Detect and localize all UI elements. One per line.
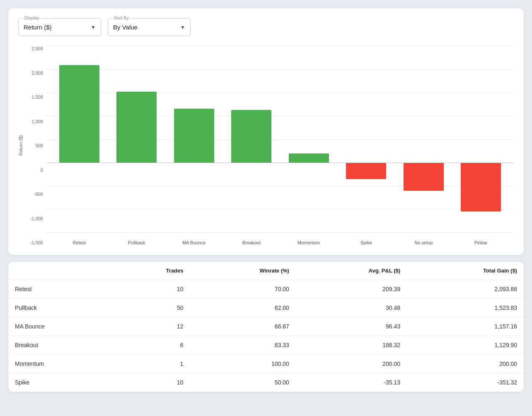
bar-no-setup xyxy=(404,163,444,191)
table-header-cell: Total Gain ($) xyxy=(407,262,524,280)
bar-group xyxy=(452,46,510,233)
x-label: Pinbar xyxy=(452,240,510,245)
bar-group xyxy=(395,46,452,233)
table-cell: 62.00 xyxy=(190,299,296,317)
table-row: Momentum1100.00200.00200.00 xyxy=(8,355,524,373)
table-row: Pullback5062.0030.481,523.83 xyxy=(8,299,524,317)
bar-retest xyxy=(59,65,99,163)
x-label: Spike xyxy=(338,240,395,245)
sort-select-row[interactable]: By Value ▼ xyxy=(113,21,185,33)
y-tick: 1,500 xyxy=(31,95,43,100)
table-wrapper: TradesWinrate (%)Avg. P&L ($)Total Gain … xyxy=(8,262,524,392)
sort-chevron-icon: ▼ xyxy=(180,24,185,30)
bar-pullback xyxy=(116,92,157,163)
chart-body: RetestPullbackMA BounceBreakoutMomentumS… xyxy=(46,46,514,245)
y-tick: 1,000 xyxy=(31,119,43,124)
table-cell: Retest xyxy=(8,280,114,299)
table-cell: 6 xyxy=(114,336,190,355)
y-tick: -500 xyxy=(34,192,43,197)
display-value: Return ($) xyxy=(24,24,52,31)
bar-group xyxy=(223,46,281,233)
table-body: Retest1070.00209.392,093.88Pullback5062.… xyxy=(8,280,524,392)
table-cell: 209.39 xyxy=(296,280,407,299)
y-tick: 2,000 xyxy=(31,71,43,75)
x-label: Retest xyxy=(51,240,108,245)
table-cell: Spike xyxy=(8,373,114,392)
bar-spike xyxy=(346,163,386,179)
display-select[interactable]: Display Return ($) ▼ xyxy=(18,18,101,36)
table-cell: 1 xyxy=(114,355,190,373)
table-cell: 70.00 xyxy=(190,280,296,299)
display-select-row[interactable]: Return ($) ▼ xyxy=(24,21,96,33)
table-header-cell: Avg. P&L ($) xyxy=(296,262,407,280)
display-chevron-icon: ▼ xyxy=(91,24,96,30)
table-cell: 200.00 xyxy=(407,355,524,373)
table-row: MA Bounce1266.6796.431,157.16 xyxy=(8,317,524,336)
table-cell: 1,129.90 xyxy=(407,336,524,355)
sort-value: By Value xyxy=(113,24,138,31)
table-cell: 50 xyxy=(114,299,190,317)
table-cell: 83.33 xyxy=(190,336,296,355)
y-tick: 0 xyxy=(41,168,43,173)
table-cell: -351.32 xyxy=(407,373,524,392)
table-cell: Pullback xyxy=(8,299,114,317)
table-cell: 30.48 xyxy=(296,299,407,317)
zero-line xyxy=(46,163,514,163)
bars-area xyxy=(46,46,514,233)
table-cell: 188.32 xyxy=(296,336,407,355)
chart-area: Return ($) 2,5002,0001,5001,0005000-500-… xyxy=(18,46,514,245)
display-label: Display xyxy=(23,15,41,20)
table-cell: 66.67 xyxy=(190,317,296,336)
sort-label: Sort By xyxy=(112,15,131,20)
data-table-card: TradesWinrate (%)Avg. P&L ($)Total Gain … xyxy=(8,262,524,392)
y-tick: -1,000 xyxy=(30,216,43,221)
y-tick: 2,500 xyxy=(31,46,43,51)
table-row: Retest1070.00209.392,093.88 xyxy=(8,280,524,299)
table-cell: 96.43 xyxy=(296,317,407,336)
x-labels: RetestPullbackMA BounceBreakoutMomentumS… xyxy=(46,240,514,245)
table-row: Breakout683.33188.321,129.90 xyxy=(8,336,524,355)
x-label: No setup xyxy=(395,240,452,245)
table-cell: 100.00 xyxy=(190,355,296,373)
table-cell: 2,093.88 xyxy=(407,280,524,299)
x-label: MA Bounce xyxy=(165,240,223,245)
bar-group xyxy=(338,46,395,233)
table-cell: 50.00 xyxy=(190,373,296,392)
bar-breakout xyxy=(231,110,271,163)
sort-select[interactable]: Sort By By Value ▼ xyxy=(108,18,191,36)
table-cell: 10 xyxy=(114,373,190,392)
table-cell: 1,523.83 xyxy=(407,299,524,317)
table-cell: MA Bounce xyxy=(8,317,114,336)
x-label: Momentum xyxy=(280,240,338,245)
bar-momentum xyxy=(289,153,329,163)
y-tick: -1,500 xyxy=(30,240,43,245)
bar-group xyxy=(51,46,108,233)
bar-group xyxy=(108,46,166,233)
x-label: Breakout xyxy=(223,240,281,245)
table-cell: 200.00 xyxy=(296,355,407,373)
y-tick: 500 xyxy=(36,143,43,148)
y-axis: 2,5002,0001,5001,0005000-500-1,000-1,500 xyxy=(25,46,46,245)
bar-pinbar xyxy=(461,163,501,212)
controls-card: Display Return ($) ▼ Sort By By Value ▼ … xyxy=(8,8,524,255)
table-header: TradesWinrate (%)Avg. P&L ($)Total Gain … xyxy=(8,262,524,280)
table-cell: 1,157.16 xyxy=(407,317,524,336)
table-cell: Breakout xyxy=(8,336,114,355)
bar-group xyxy=(280,46,338,233)
y-axis-label: Return ($) xyxy=(18,135,23,156)
table-cell: Momentum xyxy=(8,355,114,373)
controls-row: Display Return ($) ▼ Sort By By Value ▼ xyxy=(18,18,514,36)
table-row: Spike1050.00-35.13-351.32 xyxy=(8,373,524,392)
bar-ma-bounce xyxy=(174,109,214,163)
table-header-cell: Winrate (%) xyxy=(190,262,296,280)
table-header-cell xyxy=(8,262,114,280)
x-label: Pullback xyxy=(108,240,166,245)
table-cell: -35.13 xyxy=(296,373,407,392)
bar-group xyxy=(165,46,223,233)
table-header-cell: Trades xyxy=(114,262,190,280)
header-row: TradesWinrate (%)Avg. P&L ($)Total Gain … xyxy=(8,262,524,280)
table-cell: 12 xyxy=(114,317,190,336)
table-cell: 10 xyxy=(114,280,190,299)
data-table: TradesWinrate (%)Avg. P&L ($)Total Gain … xyxy=(8,262,524,392)
